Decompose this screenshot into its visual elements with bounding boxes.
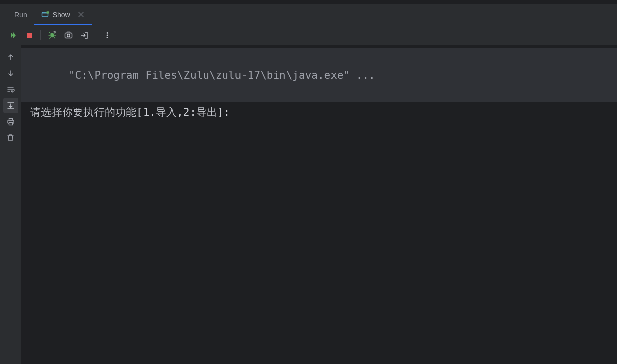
stop-button[interactable] (21, 28, 37, 43)
tab-show[interactable]: Show (34, 4, 92, 25)
run-tool-tab-bar: Run Show (0, 4, 617, 25)
exit-icon (80, 31, 88, 39)
print-icon (7, 118, 15, 126)
prompt-end-colon: : (224, 106, 230, 118)
svg-rect-3 (27, 33, 32, 38)
trash-icon (7, 134, 14, 142)
prompt-colon: : (189, 106, 196, 118)
rerun-icon (9, 31, 17, 39)
tab-run-label: Run (14, 11, 27, 19)
svg-rect-5 (65, 33, 72, 38)
prompt-option-label: 导出 (196, 106, 217, 118)
kebab-icon (104, 32, 111, 39)
prompt-option-label: 导入 (156, 106, 177, 118)
arrow-up-icon (7, 53, 15, 61)
prompt-number: 1 (143, 106, 150, 118)
svg-point-2 (46, 11, 49, 14)
toolbar-separator (40, 30, 41, 40)
svg-point-8 (107, 34, 108, 36)
stop-icon (26, 32, 33, 39)
print-button[interactable] (3, 114, 18, 129)
run-toolbar (0, 25, 617, 45)
exit-button[interactable] (76, 28, 92, 43)
console-command-line: "C:\Program Files\Zulu\zulu-17\bin\java.… (21, 48, 617, 102)
svg-point-9 (107, 37, 108, 38)
application-icon (41, 11, 50, 19)
down-stacktrace-button[interactable] (3, 66, 18, 81)
scroll-end-icon (7, 101, 15, 110)
prompt-comma: , (177, 106, 183, 118)
arrow-down-icon (7, 69, 15, 77)
console-output[interactable]: "C:\Program Files\Zulu\zulu-17\bin\java.… (21, 45, 617, 364)
attach-debugger-button[interactable] (44, 28, 60, 43)
prompt-bracket: ] (217, 106, 224, 118)
svg-point-4 (50, 33, 54, 38)
svg-rect-12 (9, 123, 12, 125)
command-text: "C:\Program Files\Zulu\zulu-17\bin\java.… (69, 69, 375, 81)
title-bar-strip (0, 0, 617, 4)
up-stacktrace-button[interactable] (3, 49, 18, 65)
svg-point-6 (67, 34, 69, 37)
scroll-to-end-button[interactable] (3, 98, 18, 113)
more-options-button[interactable] (99, 28, 115, 43)
svg-point-7 (107, 32, 108, 34)
rerun-button[interactable] (5, 28, 21, 43)
tab-run[interactable]: Run (7, 4, 34, 25)
toolbar-separator (96, 30, 96, 40)
console-prompt-line: 请选择你要执行的功能[1.导入,2:导出]: (21, 102, 617, 123)
camera-icon (64, 31, 73, 39)
prompt-dot: . (149, 106, 156, 118)
tab-show-label: Show (53, 11, 70, 19)
bug-icon (48, 31, 57, 39)
prompt-prefix: 请选择你要执行的功能 (30, 106, 136, 118)
console-area: "C:\Program Files\Zulu\zulu-17\bin\java.… (0, 45, 617, 364)
console-side-controls (0, 45, 21, 364)
soft-wrap-button[interactable] (3, 82, 18, 97)
soft-wrap-icon (7, 85, 15, 93)
close-icon[interactable] (77, 12, 85, 17)
layout-settings-button[interactable] (60, 28, 76, 43)
prompt-bracket: [ (136, 106, 143, 118)
prompt-number: 2 (183, 106, 190, 118)
clear-all-button[interactable] (3, 130, 18, 145)
